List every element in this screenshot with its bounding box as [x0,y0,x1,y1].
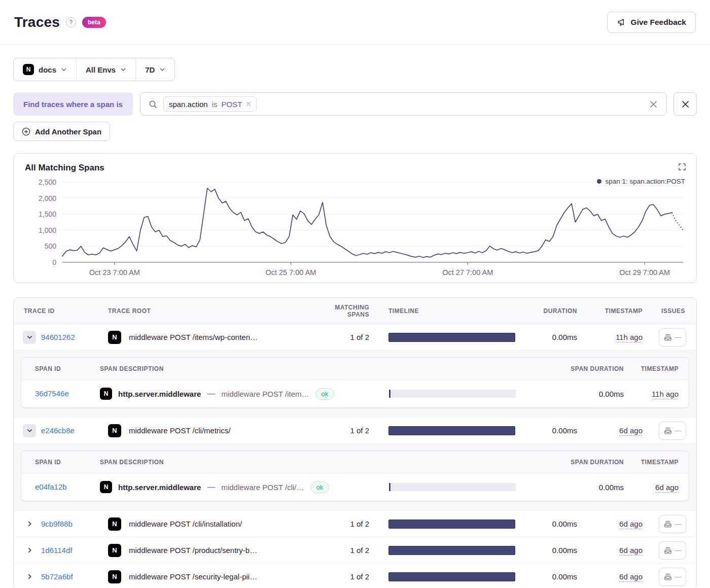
issues-button[interactable]: — [659,328,686,347]
expand-row-chevron-icon[interactable] [23,544,36,557]
issues-stack-icon [664,573,672,581]
matching-spans-count: 1 of 2 [329,426,384,435]
no-issues-dash: — [675,333,682,341]
search-icon [149,100,157,109]
span-id-link[interactable]: e04fa12b [35,482,67,491]
trace-id-link[interactable]: 1d6114df [41,546,72,555]
environment-filter[interactable]: All Envs [76,58,135,81]
find-traces-label: Find traces where a span is [13,92,133,116]
trace-id-link[interactable]: 94601262 [41,333,75,341]
beta-badge: beta [82,17,106,28]
svg-text:1,000: 1,000 [39,226,56,234]
page-header: Traces ? beta Give Feedback [0,0,710,45]
timeline-bar[interactable] [388,426,515,435]
spans-subtable-header: Span ID Span Description Span Duration T… [21,451,689,473]
trace-root-label: middleware POST /items/wp-conten… [129,333,258,341]
col-timeline: Timeline [384,307,531,315]
remove-span-filter-button[interactable] [673,92,697,116]
trace-id-link[interactable]: 9cb9f88b [41,520,73,528]
nextjs-project-icon: N [100,481,112,493]
expand-chart-icon[interactable] [676,161,688,173]
timeline-bar[interactable] [388,520,515,529]
token-key: span.action [169,100,208,109]
trace-row[interactable]: 94601262 N middleware POST /items/wp-con… [14,324,696,351]
no-issues-dash: — [675,520,682,528]
spans-subtable: Span ID Span Description Span Duration T… [21,357,689,408]
span-status-badge: ok [315,388,335,400]
issues-stack-icon [664,520,672,528]
expand-row-chevron-icon[interactable] [23,517,36,531]
no-issues-dash: — [675,546,682,554]
nextjs-project-icon: N [108,544,121,557]
remove-token-icon[interactable] [246,101,251,107]
give-feedback-button[interactable]: Give Feedback [607,12,696,33]
matching-spans-count: 1 of 2 [329,520,384,528]
trace-id-link[interactable]: e246cb8e [41,426,75,435]
time-period-value: 7D [145,65,155,74]
legend-dot-icon [597,179,601,184]
span-timeline-track [389,390,516,398]
trace-row[interactable]: e246cb8e N middleware POST /cli/metrics/… [14,418,696,444]
chart-title: All Matching Spans [25,163,685,173]
filter-bar: N docs All Envs 7D [13,58,175,81]
col-duration: Duration [531,307,587,315]
no-issues-dash: — [675,427,682,434]
span-description-label: middleware POST /cli/… [221,483,304,492]
page-title: Traces [14,14,60,30]
span-id-link[interactable]: 36d7546e [35,389,69,398]
issues-button[interactable]: — [659,422,686,440]
trace-row[interactable]: 1d6114df N middleware POST /product/sent… [14,537,696,564]
trace-row[interactable]: 5b72a6bf N middleware POST /security-leg… [14,564,696,588]
separator-dash: — [207,389,215,398]
svg-text:500: 500 [45,242,57,250]
span-timestamp-value: 11h ago [652,390,679,399]
nextjs-project-icon: N [100,388,112,400]
duration-value: 0.00ms [531,333,587,341]
timeline-bar[interactable] [388,546,515,555]
trace-root-label: middleware POST /cli/metrics/ [129,426,231,435]
nextjs-project-icon: N [108,570,121,583]
filter-token[interactable]: span.action is POST [163,96,257,112]
plus-circle-icon [22,127,30,136]
trace-row[interactable]: 9cb9f88b N middleware POST /cli/installa… [14,511,696,537]
issues-button[interactable]: — [659,515,686,533]
separator-dash: — [207,482,215,492]
svg-text:Oct 25 7:00 AM: Oct 25 7:00 AM [265,268,316,276]
span-search-input[interactable]: span.action is POST [140,92,666,116]
spans-subtable-header: Span ID Span Description Span Duration T… [21,358,689,380]
nextjs-project-icon: N [108,331,121,344]
project-filter[interactable]: N docs [14,58,76,81]
trace-id-link[interactable]: 5b72a6bf [41,572,73,581]
span-row[interactable]: 36d7546e N http.server.middleware — midd… [21,380,689,407]
col-span-timestamp: Timestamp [628,365,689,372]
collapse-row-chevron-icon[interactable] [23,424,36,437]
collapse-row-chevron-icon[interactable] [23,331,36,344]
legend-label: span 1: span.action:POST [605,178,685,185]
timestamp-value: 6d ago [619,426,643,436]
give-feedback-label: Give Feedback [631,18,686,27]
timeline-bar[interactable] [388,333,515,342]
help-icon[interactable]: ? [66,17,76,27]
nextjs-project-icon: N [23,64,34,75]
project-filter-value: docs [39,65,56,74]
time-period-filter[interactable]: 7D [135,58,174,81]
expand-row-chevron-icon[interactable] [23,570,36,583]
timeline-bar[interactable] [388,572,515,581]
issues-button[interactable]: — [659,568,686,586]
clear-search-button[interactable] [649,100,658,109]
megaphone-icon [617,17,626,27]
col-timestamp: Timestamp [587,307,651,315]
col-trace-root: Trace Root [100,307,329,315]
matching-spans-count: 1 of 2 [329,546,384,555]
nextjs-project-icon: N [108,424,121,437]
add-another-span-button[interactable]: Add Another Span [13,122,110,141]
timestamp-value: 6d ago [619,546,643,556]
svg-text:1,500: 1,500 [39,210,56,218]
traces-table: Trace ID Trace Root Matching Spans Timel… [13,297,697,588]
span-timeline-marker [389,390,390,398]
span-op-label: http.server.middleware [118,483,201,492]
span-row[interactable]: e04fa12b N http.server.middleware — midd… [21,473,689,501]
spans-line-chart[interactable]: 05001,0001,5002,0002,500Oct 23 7:00 AMOc… [25,176,686,278]
add-another-span-label: Add Another Span [35,127,101,136]
issues-button[interactable]: — [659,541,686,560]
